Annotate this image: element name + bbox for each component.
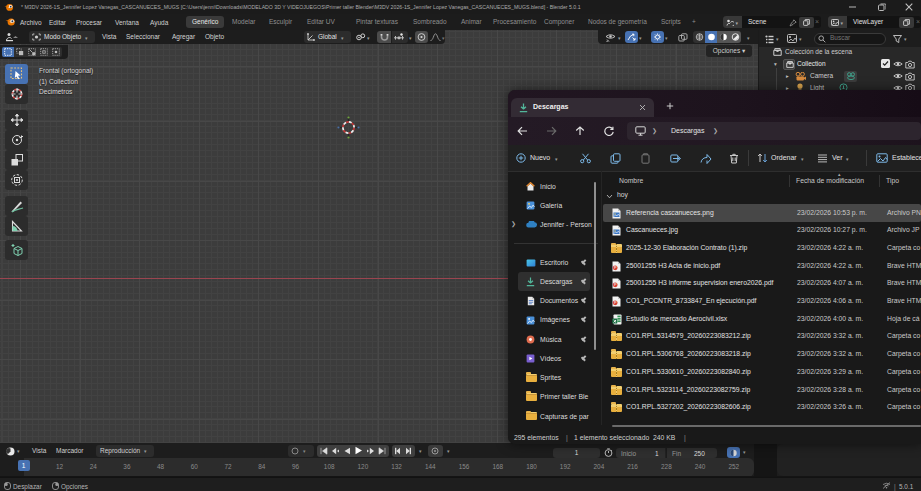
svg-text:P: P	[614, 283, 617, 288]
svg-text:P: P	[614, 300, 617, 305]
svg-text:P: P	[614, 265, 617, 270]
